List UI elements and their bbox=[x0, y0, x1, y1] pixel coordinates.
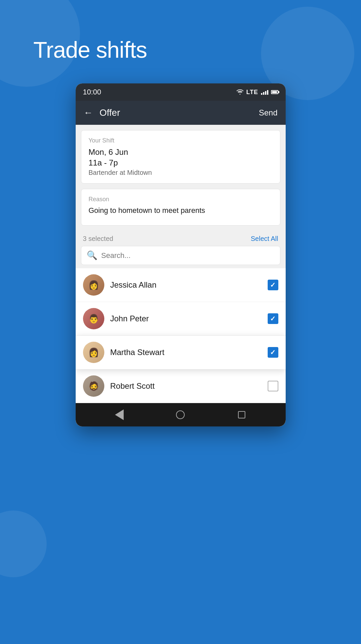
page-title: Trade shifts bbox=[33, 37, 147, 63]
status-bar: 10:00 LTE bbox=[76, 83, 286, 101]
checkbox-robert[interactable] bbox=[268, 381, 278, 391]
avatar: 👩 bbox=[83, 274, 104, 296]
nav-back-button[interactable] bbox=[113, 408, 126, 421]
search-bar[interactable]: 🔍 bbox=[81, 246, 280, 265]
status-time: 10:00 bbox=[83, 88, 101, 96]
list-item[interactable]: 🧔 Robert Scott bbox=[76, 369, 286, 403]
phone-screen: 10:00 LTE bbox=[76, 83, 286, 426]
person-name: Martha Stewart bbox=[110, 348, 262, 357]
list-item[interactable]: 👨 John Peter bbox=[76, 302, 286, 336]
your-shift-label: Your Shift bbox=[89, 137, 273, 144]
nav-home-button[interactable] bbox=[174, 408, 187, 421]
reason-label: Reason bbox=[89, 196, 273, 203]
selected-count: 3 selected bbox=[83, 235, 113, 243]
wifi-icon bbox=[236, 89, 244, 95]
checkbox-jessica[interactable] bbox=[268, 280, 278, 290]
content-area: Your Shift Mon, 6 Jun 11a - 7p Bartender… bbox=[76, 130, 286, 426]
checkbox-john[interactable] bbox=[268, 313, 278, 324]
avatar: 🧔 bbox=[83, 375, 104, 397]
battery-icon bbox=[271, 90, 278, 94]
selection-header: 3 selected Select All bbox=[76, 231, 286, 246]
list-item[interactable]: 👩 Martha Stewart bbox=[76, 336, 286, 369]
app-bar-left: ← Offer bbox=[84, 107, 120, 118]
back-button[interactable]: ← bbox=[84, 107, 93, 118]
lte-label: LTE bbox=[246, 89, 258, 96]
person-name: Jessica Allan bbox=[110, 280, 262, 290]
reason-card[interactable]: Reason Going to hometown to meet parents bbox=[81, 189, 280, 226]
shift-location: Bartender at Midtown bbox=[89, 169, 273, 177]
search-input[interactable] bbox=[101, 251, 275, 260]
avatar: 👩 bbox=[83, 342, 104, 363]
person-name: Robert Scott bbox=[110, 381, 262, 391]
search-icon: 🔍 bbox=[87, 250, 97, 261]
bottom-navigation bbox=[76, 403, 286, 426]
avatar: 👨 bbox=[83, 308, 104, 329]
list-item[interactable]: 👩 Jessica Allan bbox=[76, 268, 286, 302]
shift-time: 11a - 7p bbox=[89, 158, 273, 168]
phone-frame: 10:00 LTE bbox=[76, 83, 286, 426]
signal-icon bbox=[261, 89, 268, 95]
status-icons: LTE bbox=[236, 89, 278, 96]
your-shift-card: Your Shift Mon, 6 Jun 11a - 7p Bartender… bbox=[81, 130, 280, 184]
reason-text: Going to hometown to meet parents bbox=[89, 206, 273, 215]
send-button[interactable]: Send bbox=[259, 108, 277, 117]
select-all-button[interactable]: Select All bbox=[251, 235, 278, 243]
shift-date: Mon, 6 Jun bbox=[89, 147, 273, 157]
app-bar-title: Offer bbox=[100, 107, 120, 118]
nav-recent-button[interactable] bbox=[235, 408, 248, 421]
person-list: 👩 Jessica Allan 👨 John Peter 👩 bbox=[76, 268, 286, 403]
checkbox-martha[interactable] bbox=[268, 347, 278, 358]
person-name: John Peter bbox=[110, 314, 262, 323]
app-bar: ← Offer Send bbox=[76, 101, 286, 125]
